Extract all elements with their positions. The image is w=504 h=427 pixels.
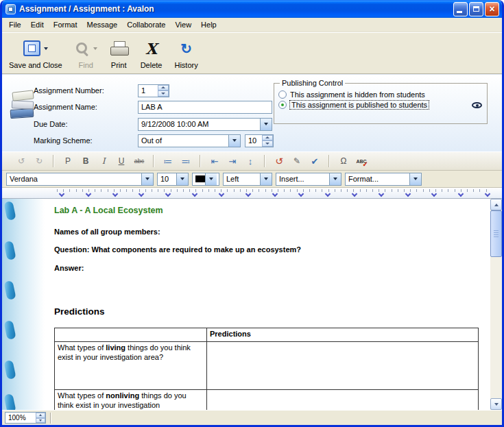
- close-button[interactable]: ×: [485, 2, 499, 16]
- tab-stop-marker[interactable]: [325, 191, 331, 197]
- bullet-list-button[interactable]: ≔: [160, 154, 176, 168]
- tab-stop-marker[interactable]: [219, 191, 224, 197]
- radio-unselected-icon[interactable]: [278, 90, 287, 99]
- tab-stop-marker[interactable]: [379, 191, 384, 197]
- question-cell[interactable]: What types of nonliving things do you th…: [55, 389, 207, 410]
- tab-stop-marker[interactable]: [298, 191, 304, 197]
- signature-button[interactable]: ✎: [289, 154, 305, 168]
- spin-up-button[interactable]: [158, 85, 169, 91]
- assignment-name-field[interactable]: [138, 101, 272, 114]
- marking-scheme-dropdown-button[interactable]: [228, 135, 240, 147]
- save-and-close-dropdown-icon[interactable]: [44, 47, 48, 50]
- menu-item-edit[interactable]: Edit: [26, 19, 49, 31]
- print-button[interactable]: Print: [108, 36, 130, 71]
- tab-stop-marker[interactable]: [245, 191, 250, 197]
- minimize-button[interactable]: [453, 2, 468, 16]
- italic-button[interactable]: I: [95, 154, 112, 168]
- spin-down-button[interactable]: [262, 141, 273, 147]
- scroll-thumb[interactable]: [490, 210, 502, 257]
- tab-stop-marker[interactable]: [192, 191, 197, 197]
- redo-button[interactable]: ↻: [31, 154, 47, 168]
- tab-stop-marker[interactable]: [165, 191, 171, 197]
- zoom-spin[interactable]: [36, 413, 45, 423]
- font-size-dropdown-button[interactable]: [176, 173, 188, 185]
- find-dropdown-icon[interactable]: [93, 47, 97, 50]
- tab-stop-marker[interactable]: [352, 191, 357, 197]
- alignment-dropdown-button[interactable]: [260, 173, 272, 185]
- insert-symbol-button[interactable]: Ω: [335, 154, 352, 168]
- font-color-select[interactable]: [192, 173, 219, 186]
- underline-button[interactable]: U: [113, 154, 130, 168]
- title-bar[interactable]: Assignment / Assignment : Avalon ×: [2, 0, 502, 18]
- tab-stop-marker[interactable]: [139, 191, 144, 197]
- app-icon[interactable]: [5, 4, 16, 14]
- font-color-dropdown-button[interactable]: [205, 173, 217, 185]
- spin-down-button[interactable]: [36, 418, 45, 424]
- menu-item-view[interactable]: View: [170, 19, 196, 31]
- insert-dropdown-button[interactable]: [329, 173, 341, 185]
- menu-item-collaborate[interactable]: Collaborate: [122, 19, 170, 31]
- tab-stop-marker[interactable]: [59, 191, 64, 197]
- revert-button[interactable]: ↺: [271, 154, 287, 168]
- scroll-up-button[interactable]: [490, 199, 502, 210]
- approve-button[interactable]: ✔: [307, 154, 323, 168]
- table-corner-cell[interactable]: [55, 328, 207, 341]
- tab-stop-marker[interactable]: [405, 191, 410, 197]
- alignment-select[interactable]: Left: [223, 173, 272, 186]
- scroll-down-button[interactable]: [490, 398, 502, 410]
- font-family-dropdown-button[interactable]: [141, 173, 153, 185]
- radio-published-label[interactable]: This assignment is published to students: [290, 101, 429, 109]
- history-button[interactable]: ↻ History: [173, 36, 199, 71]
- marking-points-stepper[interactable]: 10: [245, 134, 274, 147]
- format-select[interactable]: Format...: [345, 173, 422, 186]
- line-spacing-button[interactable]: ↕: [242, 154, 259, 168]
- assignment-number-spin[interactable]: [158, 85, 169, 97]
- spin-up-button[interactable]: [262, 135, 273, 141]
- format-dropdown-button[interactable]: [409, 173, 421, 185]
- menu-item-help[interactable]: Help: [196, 19, 221, 31]
- font-family-select[interactable]: Verdana: [6, 173, 154, 186]
- plain-style-button[interactable]: P: [60, 154, 76, 168]
- tab-stop-marker[interactable]: [86, 191, 91, 197]
- zoom-control[interactable]: 100%: [5, 412, 46, 424]
- delete-button[interactable]: X Delete: [139, 36, 164, 71]
- vertical-scrollbar[interactable]: [490, 199, 502, 410]
- document-area[interactable]: Lab A - A Local Ecosystem Names of all g…: [2, 199, 502, 410]
- due-date-select[interactable]: 9/12/2008 10:00 AM: [138, 118, 272, 131]
- menu-item-format[interactable]: Format: [49, 19, 82, 31]
- tab-stop-marker[interactable]: [485, 191, 490, 197]
- radio-option-published[interactable]: This assignment is published to students: [278, 101, 483, 109]
- spellcheck-button[interactable]: ABC ✓: [353, 154, 370, 168]
- spin-down-button[interactable]: [158, 90, 169, 97]
- outdent-button[interactable]: ⇤: [206, 154, 223, 168]
- prediction-cell[interactable]: [207, 389, 479, 410]
- spin-up-button[interactable]: [36, 413, 45, 418]
- find-button[interactable]: Find: [73, 36, 99, 71]
- due-date-dropdown-button[interactable]: [260, 119, 272, 130]
- undo-button[interactable]: ↺: [13, 154, 29, 168]
- tab-stop-marker[interactable]: [112, 191, 117, 197]
- menu-item-file[interactable]: File: [4, 19, 26, 31]
- prediction-cell[interactable]: [207, 341, 479, 389]
- indent-button[interactable]: ⇥: [224, 154, 241, 168]
- ruler[interactable]: [2, 188, 502, 199]
- document-content[interactable]: Lab A - A Local Ecosystem Names of all g…: [54, 199, 479, 410]
- strikethrough-button[interactable]: abc: [131, 154, 147, 168]
- maximize-button[interactable]: [469, 2, 483, 16]
- marking-scheme-select[interactable]: Out of: [138, 134, 241, 147]
- question-cell[interactable]: What types of living things do you think…: [55, 341, 207, 389]
- tab-stop-marker[interactable]: [272, 191, 277, 197]
- save-and-close-button[interactable]: Save and Close: [8, 36, 64, 71]
- marking-points-spin[interactable]: [262, 135, 273, 147]
- bold-button[interactable]: B: [77, 154, 94, 168]
- insert-select[interactable]: Insert...: [276, 173, 341, 186]
- menu-item-message[interactable]: Message: [82, 19, 123, 31]
- font-size-select[interactable]: 10: [157, 173, 189, 186]
- radio-selected-icon[interactable]: [278, 101, 287, 109]
- radio-hidden-label[interactable]: This assignment is hidden from students: [290, 90, 425, 99]
- numbered-list-button[interactable]: ≕: [178, 154, 194, 168]
- tab-stop-marker[interactable]: [458, 191, 464, 197]
- tab-stop-marker[interactable]: [431, 191, 437, 197]
- assignment-number-stepper[interactable]: 1: [138, 84, 169, 97]
- radio-option-hidden[interactable]: This assignment is hidden from students: [278, 90, 483, 99]
